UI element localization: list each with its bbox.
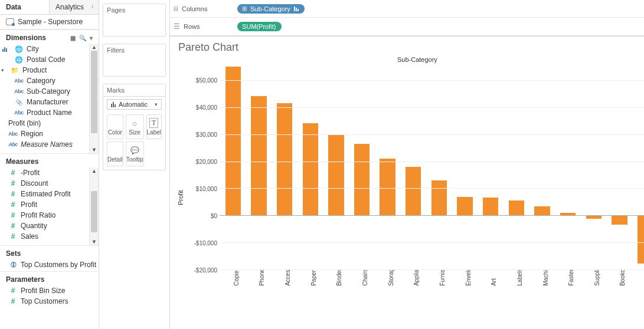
- menu-icon[interactable]: ▾: [90, 35, 93, 41]
- datasource-row[interactable]: Sample - Superstore: [0, 15, 99, 29]
- field-label: Top Customers by Profit: [21, 261, 96, 269]
- field-top-customers-by-profit[interactable]: Top Customers by Profit: [0, 259, 99, 270]
- bar-paper[interactable]: [299, 67, 322, 269]
- view-toggle-icon[interactable]: ▦: [70, 35, 76, 41]
- x-tick-label: Appliances: [413, 270, 420, 286]
- caret-icon[interactable]: ▾: [1, 67, 7, 73]
- bar-storage[interactable]: [377, 67, 399, 269]
- x-tick-label: Storage: [388, 270, 394, 286]
- scrollbar[interactable]: ▲ ▼: [89, 167, 99, 245]
- y-tick-label: $50,000: [196, 77, 217, 84]
- scroll-thumb[interactable]: [91, 191, 97, 232]
- tab-analytics[interactable]: Analytics: [49, 0, 99, 14]
- field-label: Quantity: [21, 222, 47, 230]
- pages-title: Pages: [103, 4, 165, 16]
- field-quantity[interactable]: Quantity: [0, 221, 89, 231]
- bar-machines[interactable]: [531, 67, 554, 269]
- globe-icon: [14, 45, 24, 53]
- field-label: Discount: [21, 179, 48, 187]
- chart-plot[interactable]: -$20,000-$10,000$0$10,000$20,000$30,000$…: [185, 67, 644, 270]
- field-estimated-profit[interactable]: Estimated Profit: [0, 189, 89, 199]
- scroll-up-icon[interactable]: ▲: [90, 168, 99, 174]
- bar-furnishings[interactable]: [428, 67, 450, 269]
- bar-envelopes[interactable]: [454, 67, 476, 269]
- bar-chairs[interactable]: [351, 67, 373, 269]
- globe-icon: [14, 55, 24, 64]
- marks-size[interactable]: Size: [126, 114, 144, 139]
- field-category[interactable]: Category: [0, 75, 89, 86]
- field-top-customers[interactable]: Top Customers: [0, 296, 99, 307]
- field-profit-ratio[interactable]: Profit Ratio: [0, 210, 89, 221]
- y-axis-ticks: -$20,000-$10,000$0$10,000$20,000$30,000$…: [185, 67, 220, 270]
- tooltip-icon: [130, 146, 139, 155]
- x-tick-label: Art: [491, 270, 497, 286]
- scroll-up-icon[interactable]: ▲: [90, 44, 99, 50]
- hash-icon: [8, 297, 18, 305]
- field-profit-bin-[interactable]: Profit (bin): [0, 118, 89, 129]
- field-sub-category[interactable]: Sub-Category: [0, 86, 89, 97]
- search-icon[interactable]: 🔍: [79, 35, 86, 41]
- field-sales[interactable]: Sales: [0, 231, 89, 242]
- filters-card[interactable]: Filters: [103, 44, 166, 77]
- bar-appliances[interactable]: [402, 67, 424, 269]
- field-manufacturer[interactable]: Manufacturer: [0, 97, 89, 107]
- marks-color[interactable]: Color: [107, 114, 123, 139]
- field-label: Category: [27, 77, 55, 85]
- marks-label[interactable]: Label: [146, 114, 162, 139]
- filters-title: Filters: [103, 44, 165, 56]
- field-profit[interactable]: Profit: [0, 199, 89, 210]
- hash-icon: [8, 222, 18, 230]
- x-tick-label: Phones: [259, 270, 265, 286]
- bar-accessories[interactable]: [273, 67, 296, 269]
- hash-icon: [8, 287, 18, 295]
- field-region[interactable]: Region: [0, 129, 89, 139]
- field-city[interactable]: City: [0, 44, 89, 54]
- x-tick-label: Labels: [516, 270, 523, 286]
- x-axis-labels: CopiersPhonesAccessoriesPaperBindersChai…: [220, 270, 644, 279]
- bar-fasteners[interactable]: [557, 67, 579, 269]
- size-icon: [132, 119, 137, 128]
- field-label: -Profit: [21, 169, 40, 177]
- data-panel: Data Analytics Sample - Superstore Dimen…: [0, 0, 99, 329]
- field-product[interactable]: ▾Product: [0, 65, 89, 75]
- scroll-down-icon[interactable]: ▼: [90, 239, 99, 245]
- scroll-down-icon[interactable]: ▼: [90, 147, 99, 153]
- field-profit-bin-size[interactable]: Profit Bin Size: [0, 285, 99, 296]
- field-product-name[interactable]: Product Name: [0, 107, 89, 118]
- field-measure-names[interactable]: Measure Names: [0, 139, 89, 150]
- columns-shelf[interactable]: iii Columns Sub-Category: [170, 0, 644, 18]
- bar-phones[interactable]: [248, 67, 270, 269]
- hash-icon: [8, 232, 18, 241]
- marks-tooltip[interactable]: Tooltip: [126, 142, 144, 166]
- mark-type-select[interactable]: Automatic: [107, 99, 162, 110]
- field-postal-code[interactable]: Postal Code: [0, 54, 89, 65]
- viz-title[interactable]: Pareto Chart: [178, 41, 644, 54]
- bar-copiers[interactable]: [222, 67, 244, 269]
- tab-data[interactable]: Data: [0, 0, 49, 14]
- bar-supplies[interactable]: [583, 67, 605, 269]
- bar-tables[interactable]: [634, 67, 644, 269]
- pages-card[interactable]: Pages: [103, 4, 166, 37]
- bar-art[interactable]: [479, 67, 502, 269]
- bar-bookcases[interactable]: [609, 67, 631, 269]
- field-label: Profit Ratio: [21, 211, 55, 219]
- field-label: Product: [22, 66, 47, 74]
- rows-icon: ☰: [174, 22, 180, 31]
- columns-icon: iii: [174, 5, 178, 13]
- field-label: Sales: [21, 232, 38, 241]
- bar-labels[interactable]: [505, 67, 528, 269]
- field--profit[interactable]: -Profit: [0, 167, 89, 178]
- rows-pill-sum-profit[interactable]: SUM(Profit): [237, 22, 282, 31]
- field-label: Profit: [21, 200, 37, 209]
- columns-pill-subcategory[interactable]: Sub-Category: [237, 4, 305, 14]
- scrollbar[interactable]: ▲ ▼: [89, 44, 99, 153]
- bar-binders[interactable]: [325, 67, 348, 269]
- expand-icon: [242, 5, 247, 12]
- rows-shelf[interactable]: ☰ Rows SUM(Profit): [170, 18, 644, 35]
- marks-detail[interactable]: Detail: [107, 142, 123, 166]
- field-discount[interactable]: Discount: [0, 178, 89, 189]
- clip-icon: [14, 98, 24, 106]
- scroll-thumb[interactable]: [91, 51, 97, 133]
- datasource-name: Sample - Superstore: [18, 18, 83, 26]
- x-tick-label: Fasteners: [568, 270, 574, 286]
